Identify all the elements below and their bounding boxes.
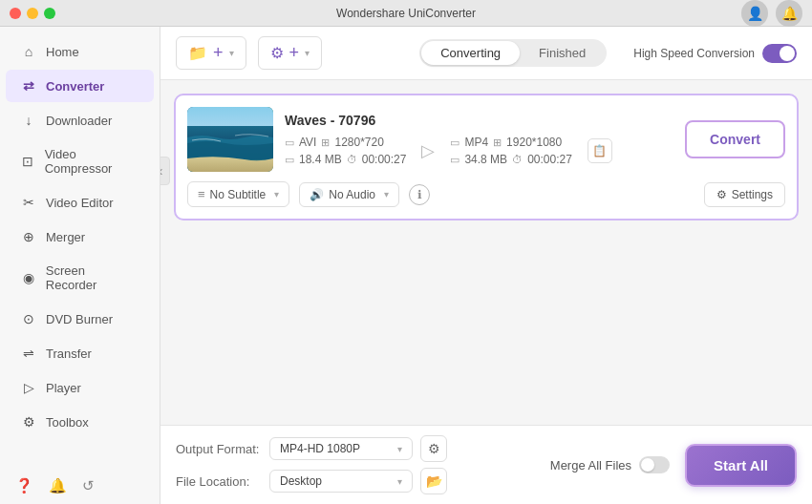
clipboard-icon[interactable]: 📋 [588, 138, 612, 163]
sidebar-footer: ❓ 🔔 ↺ [0, 468, 160, 504]
content-area: 📁 + ▾ ⚙ + ▾ Converting Finished High Spe… [160, 27, 812, 504]
chevron-down-icon2: ▾ [305, 48, 310, 58]
file-meta: ▭ AVI ⊞ 1280*720 ▭ 18.4 MB ⏱ 00:00:27 [285, 136, 673, 166]
output-format-settings-icon[interactable]: ⚙ [420, 435, 447, 462]
add-device-label: + [289, 43, 300, 63]
info-icon[interactable]: ℹ [409, 184, 430, 205]
settings-row: ≡ No Subtitle ▾ 🔊 No Audio ▾ ℹ ⚙ Setting… [187, 181, 785, 207]
source-duration: 00:00:27 [362, 153, 407, 166]
file-location-folder-icon[interactable]: 📂 [420, 468, 447, 494]
titlebar-icons: 👤 🔔 [741, 0, 802, 27]
subtitle-chevron: ▾ [274, 189, 279, 200]
output-meta: ▭ MP4 ⊞ 1920*1080 ▭ 34.8 MB ⏱ 00:00:27 [450, 136, 571, 166]
help-icon[interactable]: ❓ [15, 477, 33, 494]
file-info: Waves - 70796 ▭ AVI ⊞ 1280*720 [285, 113, 673, 166]
sidebar-item-dvd-burner[interactable]: ⊙ DVD Burner [6, 303, 154, 335]
file-thumbnail [187, 107, 273, 172]
subtitle-select[interactable]: ≡ No Subtitle ▾ [187, 181, 289, 207]
sidebar-item-toolbox[interactable]: ⚙ Toolbox [6, 406, 154, 438]
sidebar-item-video-editor[interactable]: ✂ Video Editor [6, 186, 154, 219]
sidebar-label-converter: Converter [46, 79, 104, 94]
out-time-icon: ⏱ [512, 154, 523, 165]
gear-icon: ⚙ [716, 188, 727, 201]
start-all-button[interactable]: Start All [685, 444, 797, 487]
add-files-button[interactable]: 📁 + ▾ [176, 36, 246, 70]
video-compressor-icon: ⊡ [21, 154, 35, 169]
sidebar-label-player: Player [46, 381, 81, 395]
out-file-icon: ▭ [450, 136, 459, 149]
sidebar-item-video-compressor[interactable]: ⊡ Video Compressor [6, 138, 154, 184]
source-size-row: ▭ 18.4 MB ⏱ 00:00:27 [285, 153, 406, 166]
out-res-icon: ⊞ [493, 136, 502, 149]
sidebar-label-merger: Merger [46, 230, 85, 244]
output-format-row: Output Format: MP4-HD 1080P ▾ ⚙ [176, 435, 516, 462]
audio-value: No Audio [329, 188, 375, 201]
sidebar-item-transfer[interactable]: ⇌ Transfer [6, 337, 154, 369]
maximize-button[interactable] [44, 8, 55, 19]
tab-finished[interactable]: Finished [520, 41, 605, 65]
file-location-chevron: ▾ [397, 476, 402, 487]
minimize-button[interactable] [27, 8, 38, 19]
collapse-icon: ‹ [160, 163, 162, 178]
source-format-row: ▭ AVI ⊞ 1280*720 [285, 136, 406, 149]
convert-button[interactable]: Convert [685, 120, 785, 158]
toggle-knob [780, 46, 795, 61]
sidebar-label-downloader: Downloader [46, 114, 112, 128]
output-format-select[interactable]: MP4-HD 1080P ▾ [269, 437, 413, 460]
merge-toggle-area: Merge All Files [550, 456, 670, 473]
settings-label: Settings [732, 188, 773, 201]
notification-icon[interactable]: 🔔 [776, 0, 802, 27]
sidebar-item-home[interactable]: ⌂ Home [6, 35, 154, 68]
out-size-icon: ▭ [450, 154, 459, 166]
sidebar-item-converter[interactable]: ⇄ Converter [6, 70, 154, 102]
output-format-chevron: ▾ [397, 444, 402, 454]
subtitle-icon: ≡ [198, 187, 205, 201]
refresh-icon[interactable]: ↺ [82, 477, 95, 494]
file-icon: ▭ [285, 136, 294, 149]
audio-icon: 🔊 [310, 188, 324, 201]
sidebar-collapse-button[interactable]: ‹ [160, 157, 170, 185]
add-from-device-button[interactable]: ⚙ + ▾ [258, 36, 323, 70]
user-icon[interactable]: 👤 [741, 0, 768, 27]
bottom-bar: Output Format: MP4-HD 1080P ▾ ⚙ File Loc… [160, 425, 812, 504]
speed-toggle-switch[interactable] [762, 44, 797, 63]
source-size: 18.4 MB [299, 153, 342, 166]
sidebar-item-player[interactable]: ▷ Player [6, 371, 154, 404]
sidebar-item-screen-recorder[interactable]: ◉ Screen Recorder [6, 255, 154, 301]
sidebar-label-toolbox: Toolbox [46, 415, 89, 430]
toolbox-icon: ⚙ [21, 414, 36, 430]
window-controls[interactable] [10, 8, 55, 19]
sidebar-item-downloader[interactable]: ↓ Downloader [6, 104, 154, 136]
bell-icon[interactable]: 🔔 [49, 477, 67, 494]
merge-toggle-switch[interactable] [639, 456, 670, 473]
output-format-label: Output Format: [176, 442, 262, 456]
tab-converting[interactable]: Converting [421, 41, 520, 65]
audio-select[interactable]: 🔊 No Audio ▾ [299, 182, 399, 207]
close-button[interactable] [10, 8, 21, 19]
audio-chevron: ▾ [384, 189, 389, 200]
file-location-select[interactable]: Desktop ▾ [269, 470, 413, 493]
time-icon: ⏱ [347, 154, 357, 165]
transfer-icon: ⇌ [21, 346, 36, 361]
sidebar: ⌂ Home ⇄ Converter ↓ Downloader ⊡ Video … [0, 27, 160, 504]
sidebar-label-dvd-burner: DVD Burner [46, 312, 113, 326]
add-files-label: + [213, 43, 224, 63]
sidebar-item-merger[interactable]: ⊕ Merger [6, 220, 154, 253]
sidebar-label-video-editor: Video Editor [46, 196, 114, 210]
convert-button-area: Convert [685, 120, 785, 158]
top-toolbar: 📁 + ▾ ⚙ + ▾ Converting Finished High Spe… [160, 27, 812, 80]
sidebar-label-video-compressor: Video Compressor [45, 147, 139, 176]
settings-button[interactable]: ⚙ Settings [704, 182, 785, 207]
merge-label: Merge All Files [550, 458, 631, 472]
arrow-icon: ▷ [421, 140, 435, 161]
app-title: Wondershare UniConverter [336, 7, 476, 20]
source-meta: ▭ AVI ⊞ 1280*720 ▭ 18.4 MB ⏱ 00:00:27 [285, 136, 406, 166]
file-location-row: File Location: Desktop ▾ 📂 [176, 468, 516, 494]
speed-label: High Speed Conversion [633, 47, 755, 60]
main-layout: ⌂ Home ⇄ Converter ↓ Downloader ⊡ Video … [0, 27, 812, 504]
speed-toggle-area: High Speed Conversion [633, 44, 797, 63]
file-card-top: Waves - 70796 ▭ AVI ⊞ 1280*720 [187, 107, 785, 172]
output-format-value: MP4-HD 1080P [280, 442, 360, 455]
device-icon: ⚙ [270, 44, 284, 62]
player-icon: ▷ [21, 380, 36, 395]
